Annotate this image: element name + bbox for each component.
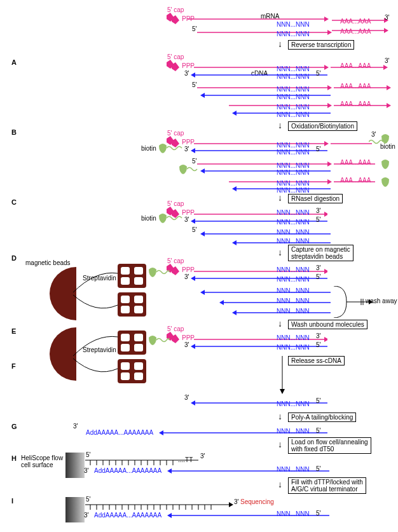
e-cdna-fl xyxy=(188,343,334,350)
a-cdna-trunc xyxy=(197,92,337,99)
d-cdna-fl xyxy=(188,275,334,282)
h-3p-bot: 3' xyxy=(84,467,88,474)
d-wavy xyxy=(156,269,170,275)
c-nnn-o1: NNN...NNN xyxy=(277,229,310,236)
a-cdna-fl xyxy=(188,71,334,79)
step-capture: Capture on magnetic streptavidin beads xyxy=(288,245,353,261)
svg-marker-43 xyxy=(327,179,332,184)
e-nnn-cdna1: NNN...NNN xyxy=(277,344,310,351)
mrna2-nnn: NNN...NNN xyxy=(277,31,310,38)
svg-rect-87 xyxy=(121,344,130,351)
d-connectors xyxy=(73,267,121,318)
d-nnn-cdna1: NNN...NNN xyxy=(277,276,310,283)
svg-marker-27 xyxy=(387,103,391,108)
svg-marker-21 xyxy=(387,85,391,90)
arrow-wash: ↓ xyxy=(278,319,282,328)
a-nnn-cdna3: NNN...NNN xyxy=(277,111,310,118)
g-5p: 5' xyxy=(316,427,320,434)
d-cdna-5p: 5' xyxy=(316,273,320,280)
f-3p: 3' xyxy=(184,394,189,401)
svg-marker-56 xyxy=(232,240,237,245)
svg-rect-61 xyxy=(134,277,143,285)
svg-marker-38 xyxy=(327,161,332,167)
svg-marker-74 xyxy=(200,290,205,295)
e-wavy xyxy=(156,337,170,343)
mrna-label: mRNA xyxy=(261,13,279,20)
svg-marker-122 xyxy=(167,468,172,474)
b-cdna-trunc xyxy=(197,167,337,175)
arrow-load: ↓ xyxy=(278,440,282,449)
mrna1-ppp: PPP xyxy=(182,15,195,22)
d-beads-label: magnetic beads xyxy=(25,259,71,266)
h-dT-label: ....TT xyxy=(178,456,193,463)
mrna1-tail-arrow xyxy=(326,17,389,24)
b-wavy-3 xyxy=(369,139,384,145)
e-cdna-5p: 5' xyxy=(316,341,320,348)
i-cdna xyxy=(164,512,336,519)
i-sequencing: Sequencing xyxy=(240,498,274,505)
arrow-ox: ↓ xyxy=(278,121,282,130)
panel-label-A: A xyxy=(11,58,17,66)
panel-label-G: G xyxy=(11,423,17,430)
svg-marker-19 xyxy=(327,85,332,90)
a-cdna-3p: 3' xyxy=(184,70,189,77)
arrow-rt: ↓ xyxy=(278,39,282,48)
panel-label-D: D xyxy=(11,254,17,262)
e-strep-1 xyxy=(118,331,146,355)
h-nnn: NNN...NNN xyxy=(277,466,310,473)
step-oxidation-biotinylation: Oxidation/Biotinylation xyxy=(288,121,357,131)
c-cdna-5p: 5' xyxy=(316,216,320,223)
step-reverse-transcription: Reverse transcription xyxy=(288,40,354,50)
i-dT50 xyxy=(84,502,233,512)
g-tailA: AddAAAAA...AAAAAAA xyxy=(86,429,153,436)
svg-marker-15 xyxy=(383,65,388,70)
i-tailA: AddAAAAA...AAAAAAA xyxy=(94,512,161,519)
svg-marker-99 xyxy=(191,344,195,349)
arrow-release xyxy=(278,356,286,394)
svg-marker-105 xyxy=(159,430,163,435)
d-nnn-u3: NNN...NNN xyxy=(277,308,310,315)
i-flowcell-surface xyxy=(65,497,85,522)
svg-marker-33 xyxy=(324,141,329,146)
mrna2-tail-arrow xyxy=(326,27,389,34)
svg-rect-59 xyxy=(134,267,143,275)
a-polyA-1: AAA...AAA xyxy=(340,62,371,69)
g-3p: 3' xyxy=(73,423,78,430)
svg-rect-93 xyxy=(134,372,143,380)
svg-marker-72 xyxy=(191,276,195,281)
svg-rect-90 xyxy=(121,362,130,370)
svg-marker-46 xyxy=(232,186,237,191)
e-nnn-1: NNN...NNN xyxy=(277,334,310,341)
c-cdna-orphan1 xyxy=(197,230,337,238)
arrow-rnase: ↓ xyxy=(278,193,282,202)
panel-label-H: H xyxy=(11,454,17,462)
svg-marker-29 xyxy=(232,111,237,116)
d-nnn-1: NNN...NNN xyxy=(277,266,310,273)
panel-label-E: E xyxy=(11,327,16,335)
d-bracket xyxy=(334,286,356,318)
svg-marker-144 xyxy=(229,502,233,507)
d-cdna-3p: 3' xyxy=(184,273,189,280)
svg-marker-78 xyxy=(232,310,237,315)
b-nnn-cdna2: NNN...NNN xyxy=(277,169,310,176)
c-cdna-fl xyxy=(188,217,334,225)
svg-rect-65 xyxy=(121,306,130,313)
svg-marker-146 xyxy=(167,513,172,518)
d-nnn-u1: NNN...NNN xyxy=(277,287,310,294)
h-tailA: AddAAAAA...AAAAAAA xyxy=(94,467,161,474)
panel-label-F: F xyxy=(11,362,16,370)
c-trunc-5p: 5' xyxy=(192,226,196,233)
b-biotin-shape-3c xyxy=(380,177,390,187)
svg-rect-85 xyxy=(121,334,130,341)
c-nnn-1: NNN...NNN xyxy=(277,209,310,216)
e-connectors xyxy=(73,331,121,381)
a-polyA-3: AAA...AAA xyxy=(340,100,371,107)
b-biotin-shape-3b xyxy=(380,159,390,169)
h-flowcell-surface xyxy=(65,453,85,478)
c-cdna-3p: 3' xyxy=(184,216,189,223)
c-3p-1: 3' xyxy=(316,207,320,214)
cap-shape-1 xyxy=(164,13,182,24)
c-nnn-cdna1: NNN...NNN xyxy=(277,219,310,226)
h-3p-top: 3' xyxy=(200,453,205,460)
panel-label-C: C xyxy=(11,198,17,206)
